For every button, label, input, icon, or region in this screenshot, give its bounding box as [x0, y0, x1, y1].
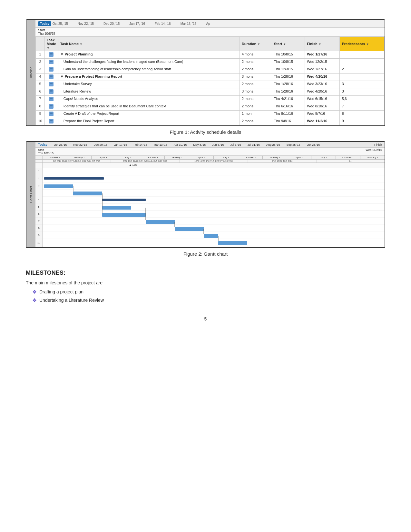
table-row: 2 Understand the challenges facing the l…: [36, 59, 385, 66]
svg-rect-12: [73, 192, 102, 195]
table-row: 8 Identify strategies that can be used i…: [36, 103, 385, 111]
figure1-container: Timeline Today Oct 25, '15 Nov 22, '15 D…: [26, 19, 385, 126]
col-num: [36, 37, 45, 51]
list-item: ❖ Undertaking a Literature Review: [32, 298, 385, 303]
chart-start-info: StartThu 10/8/15: [38, 148, 54, 155]
table-row: 4 ▼ Prepare a Project Planning Report 3 …: [36, 74, 385, 81]
start-label: Start: [38, 28, 45, 32]
task-mode-icon: [49, 89, 54, 94]
milestone-item-1: Drafting a project plan: [39, 289, 83, 294]
task-mode-icon: [49, 52, 54, 57]
figure2-container: Gantt Chart Today Oct 25,'15 Nov 22,'15 …: [26, 141, 385, 248]
task-mode-icon: [49, 112, 54, 116]
milestone-list: ❖ Drafting a project plan ❖ Undertaking …: [26, 289, 385, 303]
col-duration: Duration ▼: [240, 37, 272, 51]
today-button[interactable]: Today: [38, 21, 51, 26]
chart-finish-info: Wed 11/2/16: [366, 148, 382, 155]
col-predecessors: Predecessors ▼: [340, 37, 385, 51]
gantt-chart-rows: 1 2 3 4 5 6 7 8 9 10: [35, 168, 385, 247]
start-row: Start Thu 10/8/15: [35, 28, 385, 36]
milestones-section: MILESTONES: The main milestones of the p…: [26, 266, 385, 303]
svg-rect-13: [102, 199, 146, 201]
task-mode-icon: [49, 104, 54, 109]
svg-rect-19: [218, 241, 247, 245]
list-item: ❖ Drafting a project plan: [32, 289, 385, 295]
timeline-sidebar: Timeline: [26, 20, 35, 125]
table-row: 3 Gain an understanding of leadership co…: [36, 66, 385, 74]
bullet-icon: ❖: [32, 289, 37, 295]
col-finish: Finish ▼: [305, 37, 340, 51]
gantt-table: TaskMode ▼ Task Name ▼ Duration ▼ Start …: [35, 36, 385, 125]
svg-rect-15: [102, 213, 146, 217]
timeline-sidebar-label: Timeline: [29, 67, 33, 79]
task-mode-icon: [49, 60, 54, 64]
svg-rect-17: [175, 227, 204, 231]
gantt-chart-header-top: Today Oct 25,'15 Nov 22,'15 Dec 20,'15 J…: [35, 142, 385, 148]
gantt-chart-sidebar-label: Gantt Chart: [29, 186, 33, 203]
milestones-title: MILESTONES:: [26, 270, 385, 276]
svg-rect-18: [204, 234, 218, 238]
task-mode-icon: [49, 82, 54, 86]
svg-rect-14: [102, 206, 131, 210]
start-date: Thu 10/8/15: [38, 32, 55, 35]
svg-rect-10: [44, 177, 104, 180]
task-mode-icon: [49, 74, 54, 79]
table-row: 1 ▼ Project Planning 4 mons Thu 10/8/15 …: [36, 51, 385, 59]
page-number: 5: [26, 316, 385, 321]
svg-rect-11: [44, 184, 73, 188]
table-row: 6 Literature Review 3 mons Thu 1/28/16 W…: [36, 88, 385, 96]
col-start: Start ▼: [272, 37, 305, 51]
milestones-intro: The main milestones of the project are: [26, 280, 385, 285]
table-row: 9 Create A Draft of the Project Report 1…: [36, 111, 385, 118]
table-row: 10 Prepare the Final Project Report 2 mo…: [36, 118, 385, 125]
task-mode-icon: [49, 97, 54, 101]
col-task-name: Task Name ▼: [58, 37, 240, 51]
gantt-chart-sidebar: Gantt Chart: [26, 142, 35, 247]
gantt-svg: [43, 168, 385, 246]
table-row: 7 Gaps/ Needs Analysis 2 mons Thu 4/21/1…: [36, 96, 385, 103]
svg-rect-16: [146, 220, 175, 224]
task-mode-icon: [49, 119, 54, 123]
timeline-dates: Oct 25, '15 Nov 22, '15 Dec 20, '15 Jan …: [53, 22, 210, 25]
col-task-mode: TaskMode ▼: [45, 37, 58, 51]
milestone-item-2: Undertaking a Literature Review: [39, 298, 104, 303]
finish-label: Finish: [374, 143, 382, 146]
task-mode-icon: [49, 67, 54, 72]
today-label: Today: [38, 143, 47, 146]
bullet-icon: ❖: [32, 297, 37, 303]
figure2-caption: Figure 2: Gantt chart: [26, 251, 385, 257]
table-row: 5 Undertake Survey 2 mons Thu 1/28/16 We…: [36, 81, 385, 88]
figure1-caption: Figure 1: Activity schedule details: [26, 129, 385, 135]
timeline-header: Today Oct 25, '15 Nov 22, '15 Dec 20, '1…: [35, 20, 385, 28]
